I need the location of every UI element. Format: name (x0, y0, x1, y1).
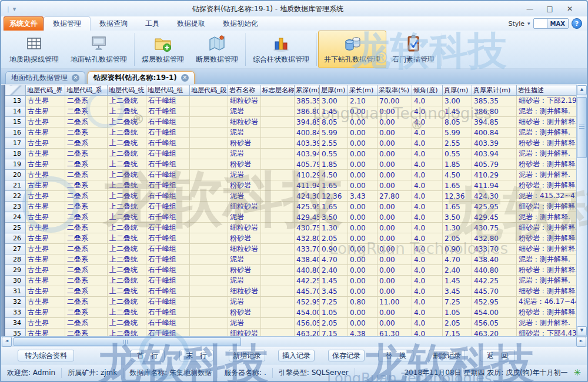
cell-member[interactable] (190, 212, 228, 223)
column-header[interactable]: 倾角(度) (412, 85, 443, 96)
cell-cumulative-depth[interactable]: 425.95 (295, 202, 320, 212)
doc-tab-surface-borehole[interactable]: 地面钻孔数据管理 ✕ (5, 71, 85, 84)
cell-marker-layer[interactable] (261, 202, 295, 212)
cell-core-length[interactable]: 0.00 (348, 128, 377, 138)
cell-dip-angle[interactable]: 4.0 (412, 149, 443, 159)
cell-series[interactable]: 上二叠统 (108, 212, 146, 223)
column-header[interactable]: 地层代码_系 (65, 85, 108, 96)
cell-rock-name[interactable]: 泥岩 (228, 170, 261, 180)
cell-cumulative-depth[interactable]: 411.94 (295, 180, 320, 191)
cell-era[interactable]: 古生界 (26, 212, 65, 223)
cell-recovery-rate[interactable]: 0.00 (377, 149, 412, 159)
cell-core-length[interactable]: 0.00 (348, 117, 377, 128)
cell-series[interactable]: 上二叠统 (108, 138, 146, 149)
cell-system[interactable]: 二叠系 (65, 265, 108, 276)
cell-true-thickness[interactable]: 7.25 (443, 297, 472, 307)
cell-lithology-description[interactable]: 粉砂岩：测井解释. (517, 180, 577, 191)
cell-era[interactable]: 古生界 (26, 128, 65, 138)
cell-marker-layer[interactable] (261, 276, 295, 286)
cell-true-thickness[interactable]: 1.65 (443, 202, 472, 212)
cell-true-thickness-total[interactable]: 442.25 (472, 276, 517, 286)
cell-true-thickness-total[interactable]: 445.70 (472, 286, 517, 297)
table-row[interactable]: 18 古生界 二叠系 上二叠统 石千峰组 泥岩 403.94 0.55 0.00… (5, 149, 577, 159)
cell-marker-layer[interactable] (261, 254, 295, 265)
cell-era[interactable]: 古生界 (26, 170, 65, 180)
cell-true-thickness[interactable]: 3.50 (443, 212, 472, 223)
cell-era[interactable]: 古生界 (26, 297, 65, 307)
scroll-up-icon[interactable]: ▲ (577, 85, 587, 95)
cell-true-thickness-total[interactable]: 411.94 (472, 180, 517, 191)
cell-formation[interactable]: 石千峰组 (146, 244, 190, 254)
cell-layer-thickness[interactable]: 1.65 (320, 202, 348, 212)
vertical-scroll-thumb[interactable] (577, 97, 587, 158)
cell-rock-name[interactable]: 细粒砂岩 (228, 244, 261, 254)
cell-era[interactable]: 古生界 (26, 180, 65, 191)
doc-tab-drilling-data[interactable]: 钻探资料(钻孔名称:19-1) ✕ (88, 71, 195, 84)
cell-lithology-description[interactable]: 泥岩：测井解释. (517, 254, 577, 265)
cell-core-length[interactable]: 0.00 (348, 276, 377, 286)
table-row[interactable]: 19 古生界 二叠系 上二叠统 石千峰组 粉砂岩 405.79 1.85 0.0… (5, 159, 577, 170)
cell-true-thickness-total[interactable]: 405.79 (472, 159, 517, 170)
cell-cumulative-depth[interactable]: 394.85 (295, 117, 320, 128)
cell-member[interactable] (190, 170, 228, 180)
cell-layer-thickness[interactable]: 3.45 (320, 286, 348, 297)
action-button[interactable]: 返 回 (480, 350, 515, 361)
cell-recovery-rate[interactable]: 0.00 (377, 223, 412, 233)
row-number[interactable]: 13 (5, 96, 26, 106)
cell-era[interactable]: 古生界 (26, 106, 65, 117)
row-number[interactable]: 33 (5, 307, 26, 318)
row-number[interactable]: 27 (5, 244, 26, 254)
max-toggle[interactable]: MAX (533, 18, 569, 29)
cell-series[interactable]: 上二叠统 (108, 318, 146, 329)
cell-true-thickness-total[interactable]: 403.94 (472, 149, 517, 159)
cell-true-thickness-total[interactable]: 430.75 (472, 223, 517, 233)
cell-core-length[interactable]: 0.00 (348, 318, 377, 329)
cell-system[interactable]: 二叠系 (65, 223, 108, 233)
underground-borehole-data-button[interactable]: 井下钻孔数据管理 (318, 31, 386, 68)
cell-true-thickness-total[interactable]: 410.29 (472, 170, 517, 180)
cell-layer-thickness[interactable]: 1.65 (320, 180, 348, 191)
column-header[interactable]: 地层代码_界 (26, 85, 65, 96)
column-header[interactable]: 地层代码_组 (146, 85, 190, 96)
cell-era[interactable]: 古生界 (26, 244, 65, 254)
cell-member[interactable] (190, 180, 228, 191)
cell-member[interactable] (190, 202, 228, 212)
cell-recovery-rate[interactable]: 11.00 (377, 297, 412, 307)
cell-recovery-rate[interactable]: 0.00 (377, 170, 412, 180)
cell-core-length[interactable]: 0.80 (348, 297, 377, 307)
cell-core-length[interactable]: 0.00 (348, 254, 377, 265)
cell-member[interactable] (190, 254, 228, 265)
cell-lithology-description[interactable]: 泥岩：测井解释. (517, 318, 577, 329)
cell-layer-thickness[interactable]: 1.30 (320, 223, 348, 233)
cell-marker-layer[interactable] (261, 318, 295, 329)
cell-marker-layer[interactable] (261, 117, 295, 128)
cell-core-length[interactable]: 0.00 (348, 233, 377, 244)
cell-cumulative-depth[interactable]: 424.30 (295, 191, 320, 202)
cell-dip-angle[interactable]: 4.0 (412, 318, 443, 329)
cell-formation[interactable]: 石千峰组 (146, 297, 190, 307)
cell-system[interactable]: 二叠系 (65, 117, 108, 128)
cell-formation[interactable]: 石千峰组 (146, 202, 190, 212)
cell-member[interactable] (190, 318, 228, 329)
cell-true-thickness-total[interactable]: 456.05 (472, 318, 517, 329)
cell-dip-angle[interactable]: 4.0 (412, 170, 443, 180)
max-toggle-field[interactable] (534, 19, 547, 28)
table-row[interactable]: 16 古生界 二叠系 上二叠统 石千峰组 泥岩 400.84 5.99 0.00… (5, 128, 577, 138)
cell-system[interactable]: 二叠系 (65, 96, 108, 106)
row-number[interactable]: 25 (5, 223, 26, 233)
cell-dip-angle[interactable]: 4.0 (412, 254, 443, 265)
cell-formation[interactable]: 石千峰组 (146, 138, 190, 149)
cell-series[interactable]: 上二叠统 (108, 223, 146, 233)
cell-marker-layer[interactable] (261, 286, 295, 297)
cell-system[interactable]: 二叠系 (65, 202, 108, 212)
cell-system[interactable]: 二叠系 (65, 233, 108, 244)
cell-true-thickness-total[interactable]: 400.84 (472, 128, 517, 138)
cell-recovery-rate[interactable]: 0.00 (377, 106, 412, 117)
cell-series[interactable]: 上二叠统 (108, 297, 146, 307)
cell-rock-name[interactable]: 泥岩 (228, 276, 261, 286)
cell-recovery-rate[interactable]: 70.00 (377, 96, 412, 106)
cell-core-length[interactable]: 0.00 (348, 159, 377, 170)
cell-era[interactable]: 古生界 (26, 138, 65, 149)
cell-era[interactable]: 古生界 (26, 307, 65, 318)
cell-rock-name[interactable]: 泥岩 (228, 191, 261, 202)
